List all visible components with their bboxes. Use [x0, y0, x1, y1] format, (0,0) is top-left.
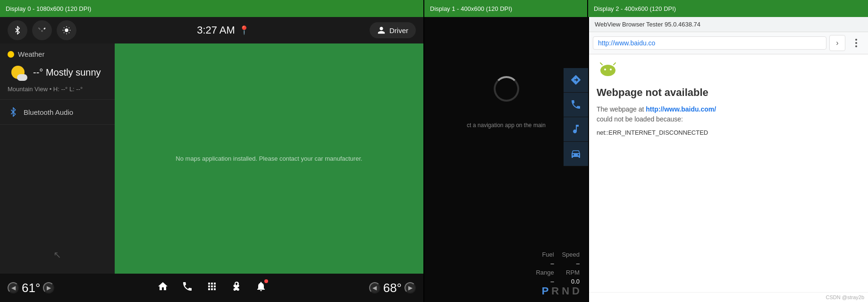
bluetooth-audio-label: Bluetooth Audio — [24, 108, 73, 116]
svg-line-4 — [69, 33, 69, 33]
menu-dot-1 — [855, 39, 857, 41]
apps-nav-icon[interactable] — [206, 281, 218, 295]
status-bar-left — [8, 20, 76, 40]
sidebar: Weather --° Mostly sunny Mountain — [0, 43, 115, 274]
fuel-value: – — [536, 260, 554, 267]
signal-status-button[interactable] — [32, 20, 52, 40]
display-bar-1: Display 1 - 400x600 (120 DPI) — [424, 0, 587, 17]
directions-button[interactable] — [564, 68, 588, 93]
weather-card[interactable]: Weather --° Mostly sunny Mountain — [0, 43, 115, 100]
taskbar-temp-left: ◀ 61° ▶ — [8, 281, 54, 295]
svg-line-12 — [600, 63, 602, 65]
temp-right-up-button[interactable]: ▶ — [405, 282, 416, 293]
cursor-icon: ↖ — [53, 249, 61, 260]
weather-sun-icon — [8, 62, 28, 83]
svg-point-10 — [604, 69, 606, 70]
browser-content: Webpage not available The webpage at htt… — [589, 54, 868, 292]
svg-line-8 — [69, 27, 69, 28]
temp-left-value: 61° — [22, 281, 40, 295]
sidebar-spacer — [0, 125, 115, 236]
display-bar-2: Display 2 - 400x600 (120 DPI) — [588, 0, 868, 17]
display1: ct a navigation app on the main — [424, 17, 588, 302]
error-body: The webpage at http://www.baidu.com/ cou… — [597, 104, 860, 124]
temp-right-value: 68° — [383, 281, 402, 295]
weather-header: Weather — [8, 50, 107, 58]
display-bar-0: Display 0 - 1080x600 (120 DPI) — [0, 0, 423, 17]
browser-title: WebView Browser Tester 95.0.4638.74 — [595, 21, 700, 28]
home-nav-icon[interactable] — [157, 281, 169, 295]
weather-temp: --° — [33, 67, 43, 78]
display0-label: Display 0 - 1080x600 (120 DPI) — [6, 5, 91, 12]
spinner-icon — [494, 76, 519, 102]
time-display: 3:27 AM — [197, 24, 235, 36]
error-body-2: could not be loaded because: — [597, 115, 683, 123]
browser-addressbar: › — [589, 32, 868, 54]
bluetooth-status-button[interactable] — [8, 20, 27, 40]
temp-right-down-button[interactable]: ◀ — [369, 282, 380, 293]
browser-titlebar: WebView Browser Tester 95.0.4638.74 — [589, 17, 868, 32]
android-icon — [597, 62, 619, 79]
weather-main: --° Mostly sunny — [8, 62, 107, 83]
brightness-button[interactable] — [57, 20, 76, 40]
svg-point-0 — [65, 28, 68, 32]
display1-label: Display 1 - 400x600 (120 DPI) — [430, 5, 512, 12]
car-cluster-button[interactable] — [564, 142, 588, 166]
browser-footer: CSDN @stray2b — [589, 292, 868, 302]
map-message: No maps application installed. Please co… — [176, 155, 362, 162]
display2-label: Display 2 - 400x600 (120 DPI) — [594, 5, 676, 12]
nav-loading-spinner — [494, 76, 519, 102]
gear-r: R — [551, 285, 559, 297]
gear-d: D — [572, 285, 580, 297]
main-content: 3:27 AM 📍 Driver — [0, 17, 868, 302]
weather-title: Weather — [18, 50, 44, 58]
svg-line-3 — [64, 27, 64, 28]
driver-button[interactable]: Driver — [370, 22, 416, 38]
taskbar-nav — [157, 281, 267, 295]
weather-location: Mountain View • H: --° L: --° — [8, 86, 107, 93]
phone-nav-icon[interactable] — [182, 281, 193, 295]
speed-label: Speed — [562, 251, 580, 258]
svg-point-11 — [610, 69, 612, 70]
svg-point-9 — [600, 65, 615, 76]
display0: 3:27 AM 📍 Driver — [0, 17, 423, 302]
hvac-nav-icon[interactable] — [231, 281, 242, 295]
notifications-nav-icon[interactable] — [255, 281, 267, 295]
weather-dot-icon — [8, 51, 14, 58]
taskbar: ◀ 61° ▶ — [0, 274, 423, 302]
phone-cluster-button[interactable] — [564, 93, 588, 117]
temp-left-down-button[interactable]: ◀ — [8, 282, 19, 293]
music-cluster-button[interactable] — [564, 117, 588, 142]
rpm-label: RPM — [562, 269, 580, 276]
bluetooth-audio-card[interactable]: Bluetooth Audio — [0, 100, 115, 125]
address-input[interactable] — [593, 36, 826, 50]
location-icon: 📍 — [239, 25, 249, 35]
map-area: No maps application installed. Please co… — [115, 43, 423, 274]
browser-menu-button[interactable] — [848, 35, 864, 51]
cursor-area: ↖ — [0, 236, 115, 274]
nav-right-buttons — [564, 68, 588, 166]
gear-n: N — [562, 285, 569, 297]
range-value: – — [536, 278, 554, 285]
weather-description: --° Mostly sunny — [33, 67, 101, 78]
temp-left-up-button[interactable]: ▶ — [43, 282, 54, 293]
range-label: Range — [536, 269, 554, 276]
display-bars: Display 0 - 1080x600 (120 DPI) Display 1… — [0, 0, 868, 17]
bluetooth-icon — [8, 106, 19, 118]
svg-line-7 — [64, 33, 64, 33]
menu-dot-3 — [855, 45, 857, 47]
speed-value: – — [562, 260, 580, 267]
display0-body: Weather --° Mostly sunny Mountain — [0, 43, 423, 274]
error-url: http://www.baidu.com/ — [646, 105, 716, 113]
error-code: net::ERR_INTERNET_DISCONNECTED — [597, 129, 860, 136]
driver-label: Driver — [389, 26, 408, 35]
error-title: Webpage not available — [597, 86, 860, 99]
gear-p: P — [542, 285, 549, 297]
gear-selector: P R N D — [542, 285, 583, 297]
weather-condition: Mostly sunny — [46, 67, 101, 78]
browser-forward-button[interactable]: › — [829, 35, 845, 51]
svg-line-13 — [614, 63, 615, 65]
status-bar: 3:27 AM 📍 Driver — [0, 17, 423, 43]
error-body-1: The webpage at — [597, 105, 644, 113]
status-bar-center: 3:27 AM 📍 — [197, 24, 249, 36]
rpm-value: 0.0 — [562, 278, 580, 285]
